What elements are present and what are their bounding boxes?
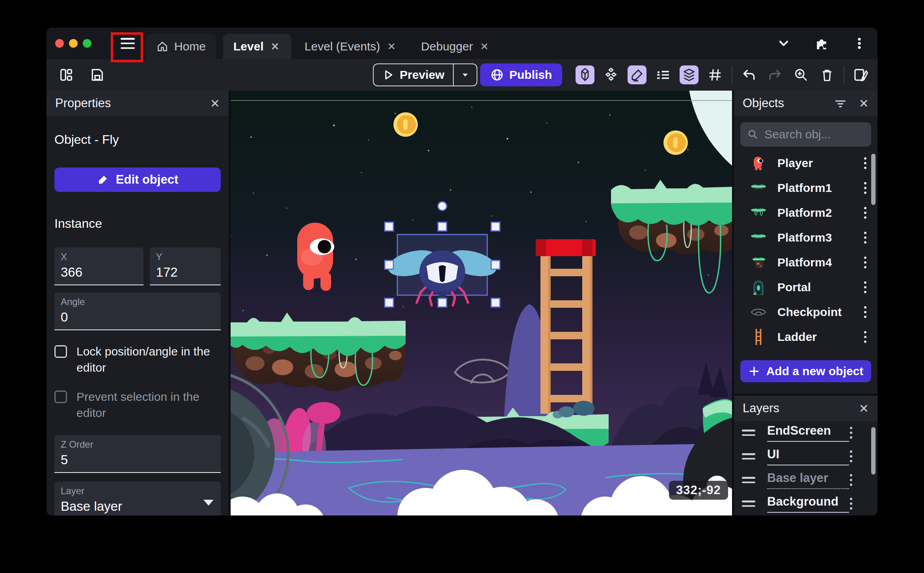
x-field[interactable]: X 366 (54, 247, 143, 285)
undo-icon[interactable] (740, 65, 758, 84)
layer-kebab-icon[interactable] (849, 427, 853, 439)
edit-scene-properties-icon[interactable] (851, 65, 870, 84)
edit-object-button[interactable]: Edit object (54, 167, 221, 192)
object-kebab-icon[interactable] (863, 232, 867, 244)
layers-panel: Layers ✕ EndScreen UI Base layer (734, 396, 877, 515)
add-new-object-button[interactable]: Add a new object (740, 360, 871, 382)
save-icon[interactable] (88, 65, 106, 84)
object-groups-icon[interactable] (602, 65, 620, 84)
tab-level-events-label: Level (Events) (305, 40, 380, 53)
zoom-in-icon[interactable] (792, 65, 810, 84)
properties-close-icon[interactable]: ✕ (210, 97, 220, 110)
tab-debugger[interactable]: Debugger ✕ (411, 34, 501, 59)
object-row-checkpoint[interactable]: Checkpoint (734, 300, 877, 324)
redo-icon[interactable] (766, 65, 784, 84)
layer-select[interactable]: Layer Base layer (54, 482, 221, 515)
layer-row-base-layer[interactable]: Base layer (734, 468, 877, 492)
layers-close-icon[interactable]: ✕ (859, 402, 869, 415)
scene-canvas[interactable]: 332;-92 (231, 91, 732, 515)
platform2-object-icon (750, 204, 767, 221)
object-row-platform2[interactable]: Platform2 (734, 200, 877, 225)
filter-icon[interactable] (834, 97, 847, 110)
platform3-object-icon (750, 229, 767, 246)
object-kebab-icon[interactable] (863, 281, 867, 293)
object-label: Platform4 (777, 256, 863, 269)
chevron-down-icon[interactable] (775, 35, 792, 52)
tab-home[interactable]: Home (146, 34, 216, 59)
objects-panel: Objects ✕ Player (734, 91, 877, 394)
layer-row-background[interactable]: Background (734, 492, 877, 515)
layers-scrollbar-thumb[interactable] (871, 427, 876, 474)
kebab-menu-icon[interactable] (851, 35, 868, 52)
object-row-platform3[interactable]: Platform3 (734, 225, 877, 250)
object-label: Portal (777, 281, 863, 294)
tab-level[interactable]: Level ✕ (223, 34, 291, 59)
delete-trash-icon[interactable] (818, 65, 836, 84)
object-row-ladder[interactable]: Ladder (734, 324, 877, 349)
checkpoint-object-icon (750, 303, 767, 321)
lock-position-checkbox[interactable] (54, 345, 67, 358)
drag-handle-icon[interactable] (742, 477, 755, 483)
preview-dropdown-caret[interactable] (454, 70, 477, 80)
y-field[interactable]: Y 172 (150, 247, 221, 285)
object-kebab-icon[interactable] (863, 157, 867, 169)
angle-field[interactable]: Angle 0 (54, 292, 221, 330)
object-kebab-icon[interactable] (863, 207, 867, 219)
object-kebab-icon[interactable] (863, 331, 867, 343)
layer-row-ui[interactable]: UI (734, 445, 877, 468)
edit-mode-pencil-icon[interactable] (628, 65, 646, 84)
object-kebab-icon[interactable] (863, 306, 867, 318)
publish-button[interactable]: Publish (480, 63, 562, 86)
z-order-field[interactable]: Z Order 5 (54, 435, 221, 473)
object-kebab-icon[interactable] (863, 182, 867, 194)
layers-panel-icon[interactable] (680, 65, 699, 84)
z-order-value: 5 (61, 452, 214, 467)
window-controls (55, 39, 91, 48)
zoom-window-button[interactable] (83, 39, 91, 48)
layer-select-caret-icon (203, 500, 214, 506)
angle-field-value: 0 (61, 310, 214, 325)
objects-close-icon[interactable]: ✕ (859, 97, 869, 110)
layer-kebab-icon[interactable] (849, 474, 853, 486)
platform-left[interactable] (231, 313, 406, 391)
tab-level-events[interactable]: Level (Events) ✕ (294, 34, 408, 59)
extensions-puzzle-icon[interactable] (813, 35, 830, 52)
layer-kebab-icon[interactable] (849, 450, 853, 462)
object-row-platform4[interactable]: Platform4 (734, 250, 877, 275)
object-3d-view-icon[interactable] (576, 65, 594, 84)
prevent-selection-checkbox[interactable] (54, 391, 67, 403)
layer-row-endscreen[interactable]: EndScreen (734, 421, 877, 445)
object-row-platform1[interactable]: Platform1 (734, 175, 877, 200)
tab-debugger-close-icon[interactable]: ✕ (479, 40, 490, 54)
minimize-window-button[interactable] (69, 39, 78, 48)
add-new-object-label: Add a new object (766, 365, 864, 378)
close-window-button[interactable] (55, 39, 64, 48)
object-row-player[interactable]: Player (734, 151, 877, 175)
grid-icon[interactable] (706, 65, 725, 84)
pebble-large (573, 401, 594, 416)
preview-button[interactable]: Preview (373, 63, 477, 86)
objects-scrollbar-thumb[interactable] (871, 154, 876, 205)
lock-position-checkbox-row[interactable]: Lock position/angle in the editor (54, 344, 221, 376)
object-label: Player (777, 156, 863, 170)
instances-list-icon[interactable] (654, 65, 673, 84)
object-heading: Object - Fly (54, 132, 221, 147)
tab-level-events-close-icon[interactable]: ✕ (386, 40, 397, 54)
objects-title: Objects (743, 96, 784, 110)
objects-search-input[interactable] (764, 128, 864, 141)
y-field-value: 172 (156, 265, 214, 280)
prevent-selection-checkbox-row[interactable]: Prevent selection in the editor (54, 389, 221, 421)
layer-kebab-icon[interactable] (849, 498, 853, 510)
object-row-portal[interactable]: Portal (734, 275, 877, 300)
drag-handle-icon[interactable] (742, 453, 755, 460)
tab-debugger-label: Debugger (421, 40, 473, 53)
drag-handle-icon[interactable] (742, 500, 755, 507)
main-toolbar: Preview Publish (47, 59, 877, 91)
object-kebab-icon[interactable] (863, 257, 867, 268)
toggle-panels-icon[interactable] (57, 65, 76, 84)
layers-title: Layers (743, 401, 779, 415)
drag-handle-icon[interactable] (742, 430, 755, 436)
objects-search-box[interactable] (740, 122, 871, 147)
layer-name: EndScreen (767, 424, 849, 442)
tab-level-close-icon[interactable]: ✕ (269, 40, 281, 54)
